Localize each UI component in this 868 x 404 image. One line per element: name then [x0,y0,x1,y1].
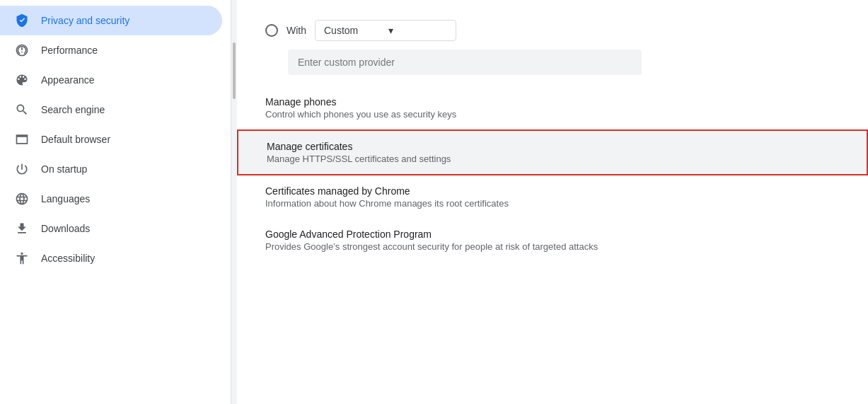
sidebar-item-on-startup[interactable]: On startup [0,154,222,184]
sidebar-item-label: Default browser [41,134,110,145]
sidebar-item-label: Accessibility [41,253,95,264]
list-item-certificates-chrome[interactable]: Certificates managed by Chrome Informati… [237,175,868,219]
sidebar-item-label: Search engine [41,104,105,115]
scrollbar-divider [231,0,237,404]
sidebar-item-label: Downloads [41,223,90,234]
accessibility-icon [14,250,30,266]
list-item-title: Certificates managed by Chrome [265,185,840,197]
custom-provider-row: With Custom ▾ [237,11,868,47]
sidebar-item-search-engine[interactable]: Search engine [0,95,222,125]
list-item-title: Manage certificates [267,141,838,152]
sidebar-item-appearance[interactable]: Appearance [0,65,222,95]
sidebar: Privacy and security Performance Appeara… [0,0,231,404]
sidebar-item-label: Performance [41,45,98,56]
list-item-title: Manage phones [265,96,840,108]
sidebar-item-label: Languages [41,193,90,204]
sidebar-item-performance[interactable]: Performance [0,35,222,65]
shield-icon [14,13,30,28]
provider-input[interactable] [288,50,642,75]
sidebar-item-accessibility[interactable]: Accessibility [0,243,222,273]
performance-icon [14,42,30,58]
palette-icon [14,72,30,88]
custom-dropdown[interactable]: Custom ▾ [315,20,456,41]
search-icon [14,102,30,117]
browser-icon [14,132,30,147]
sidebar-item-label: Appearance [41,74,95,86]
download-icon [14,221,30,236]
sidebar-item-downloads[interactable]: Downloads [0,214,222,243]
scrollbar-thumb[interactable] [233,42,236,99]
list-item-desc: Provides Google’s strongest account secu… [265,241,840,252]
main-content: With Custom ▾ Manage phones Control whic… [237,0,868,404]
with-label: With [287,25,306,36]
power-icon [14,161,30,177]
list-item-google-advanced[interactable]: Google Advanced Protection Program Provi… [237,219,868,262]
list-item-desc: Information about how Chrome manages its… [265,198,840,209]
list-item-manage-certificates[interactable]: Manage certificates Manage HTTPS/SSL cer… [237,129,868,175]
dropdown-value: Custom [324,25,383,36]
sidebar-item-label: On startup [41,163,87,175]
sidebar-item-languages[interactable]: Languages [0,184,222,214]
globe-icon [14,191,30,207]
radio-button[interactable] [265,24,278,37]
chevron-down-icon: ▾ [388,25,447,36]
provider-input-row [237,47,868,86]
list-item-title: Google Advanced Protection Program [265,229,840,240]
list-item-desc: Control which phones you use as security… [265,109,840,120]
sidebar-item-default-browser[interactable]: Default browser [0,125,222,154]
sidebar-item-privacy-security[interactable]: Privacy and security [0,6,222,35]
list-item-manage-phones[interactable]: Manage phones Control which phones you u… [237,86,868,129]
sidebar-item-label: Privacy and security [41,15,129,26]
list-item-desc: Manage HTTPS/SSL certificates and settin… [267,154,838,164]
